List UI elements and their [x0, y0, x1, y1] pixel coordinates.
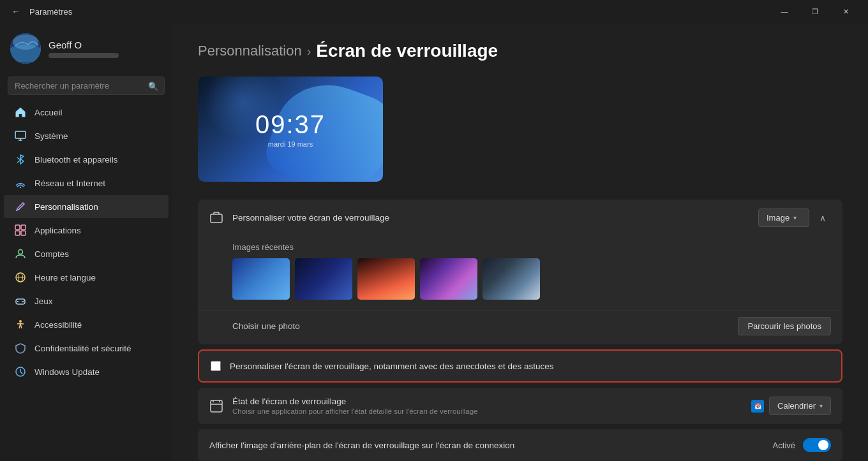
- sidebar-item-label-accessibilite: Accessibilité: [34, 320, 82, 330]
- wallpaper-row: Afficher l'image d'arrière-plan de l'écr…: [198, 429, 842, 461]
- image-thumb-3[interactable]: [357, 258, 415, 300]
- customize-control: Image ▾ ∧: [758, 209, 831, 227]
- sidebar-item-comptes[interactable]: Comptes: [4, 242, 168, 265]
- breadcrumb: Personnalisation › Écran de verrouillage: [198, 41, 842, 61]
- sidebar: Geoff O 🔍 Accueil Système: [0, 23, 172, 461]
- back-button[interactable]: ←: [8, 5, 24, 18]
- wallpaper-label: Afficher l'image d'arrière-plan de l'écr…: [209, 441, 764, 450]
- lock-screen-time: 09:37: [255, 110, 326, 139]
- wallpaper-card: Afficher l'image d'arrière-plan de l'écr…: [198, 429, 842, 461]
- title-bar: ← Paramètres — ❐ ✕: [0, 0, 868, 23]
- browse-photos-button[interactable]: Parcourir les photos: [738, 317, 831, 335]
- sidebar-item-label-reseau: Réseau et Internet: [34, 179, 105, 188]
- breadcrumb-parent[interactable]: Personnalisation: [198, 43, 302, 59]
- svg-rect-24: [211, 214, 222, 223]
- sidebar-item-heure[interactable]: Heure et langue: [4, 266, 168, 289]
- sidebar-item-label-systeme: Système: [34, 131, 68, 141]
- sidebar-item-label-windows-update: Windows Update: [34, 367, 100, 377]
- anecdotes-checkbox[interactable]: [211, 361, 221, 371]
- apps-icon: [14, 224, 27, 237]
- user-info: Geoff O: [49, 40, 119, 58]
- state-label: État de l'écran de verrouillage Choisir …: [232, 397, 742, 415]
- bluetooth-icon: [14, 153, 27, 166]
- app-title: Paramètres: [29, 7, 72, 17]
- sidebar-item-label-confidentialite: Confidentialité et sécurité: [34, 344, 131, 353]
- sidebar-item-label-heure: Heure et langue: [34, 273, 96, 282]
- photo-picker-row: Choisir une photo Parcourir les photos: [198, 310, 842, 344]
- network-icon: [14, 177, 27, 189]
- sidebar-item-label-bluetooth: Bluetooth et appareils: [34, 155, 118, 165]
- state-control: 📅 Calendrier ▾: [751, 397, 831, 415]
- accessibility-icon: [14, 318, 27, 331]
- monitor-icon: [14, 129, 27, 142]
- image-thumb-5[interactable]: [483, 258, 540, 300]
- maximize-button[interactable]: ❐: [800, 2, 830, 21]
- search-input[interactable]: [8, 77, 165, 95]
- svg-rect-11: [15, 231, 20, 235]
- sidebar-item-label-personnalisation: Personnalisation: [34, 202, 98, 212]
- toggle-knob: [818, 440, 828, 450]
- update-icon: [14, 365, 27, 378]
- minimize-button[interactable]: —: [770, 2, 799, 21]
- toggle-label: Activé: [773, 441, 795, 450]
- sidebar-item-systeme[interactable]: Système: [4, 124, 168, 147]
- collapse-button[interactable]: ∧: [814, 210, 831, 226]
- svg-rect-12: [21, 231, 26, 235]
- svg-point-22: [19, 320, 22, 323]
- checkbox-label: Personnaliser l'écran de verrouillage, n…: [230, 362, 554, 371]
- chevron-down-icon-state: ▾: [819, 402, 823, 409]
- customize-dropdown[interactable]: Image ▾: [758, 209, 809, 227]
- breadcrumb-separator: ›: [307, 44, 311, 59]
- photo-label: Choisir une photo: [232, 321, 300, 331]
- calendar-badge-icon: 📅: [751, 400, 764, 413]
- state-dropdown[interactable]: Calendrier ▾: [769, 397, 831, 415]
- svg-rect-10: [21, 225, 26, 230]
- sidebar-item-applications[interactable]: Applications: [4, 219, 168, 242]
- app-body: Geoff O 🔍 Accueil Système: [0, 23, 868, 461]
- lock-screen-preview: 09:37 mardi 19 mars: [198, 77, 383, 182]
- avatar: [10, 33, 41, 64]
- state-card: État de l'écran de verrouillage Choisir …: [198, 388, 842, 424]
- search-icon: 🔍: [148, 81, 158, 91]
- close-button[interactable]: ✕: [831, 2, 860, 21]
- sidebar-item-label-accueil: Accueil: [34, 108, 63, 117]
- image-thumb-2[interactable]: [295, 258, 352, 300]
- sidebar-item-label-jeux: Jeux: [34, 296, 53, 306]
- lock-customize-icon: [209, 211, 223, 225]
- svg-rect-25: [211, 400, 222, 412]
- user-section[interactable]: Geoff O: [0, 23, 172, 74]
- wallpaper-toggle[interactable]: [803, 438, 831, 452]
- home-icon: [14, 106, 27, 119]
- lock-screen-date: mardi 19 mars: [255, 140, 326, 148]
- sidebar-item-label-comptes: Comptes: [34, 249, 69, 259]
- svg-point-13: [19, 250, 23, 254]
- sidebar-item-personnalisation[interactable]: Personnalisation: [4, 195, 168, 218]
- sidebar-item-accessibilite[interactable]: Accessibilité: [4, 313, 168, 336]
- customize-card: Personnaliser votre écran de verrouillag…: [198, 200, 842, 344]
- svg-point-20: [22, 301, 23, 302]
- sidebar-item-confidentialite[interactable]: Confidentialité et sécurité: [4, 337, 168, 360]
- chevron-down-icon: ▾: [793, 214, 797, 221]
- state-icon: [209, 399, 223, 413]
- search-box: 🔍: [8, 77, 165, 95]
- sidebar-item-accueil[interactable]: Accueil: [4, 101, 168, 124]
- sidebar-nav: Accueil Système Bluetooth et appareils R…: [0, 100, 172, 384]
- globe-icon: [14, 271, 27, 284]
- customize-row: Personnaliser votre écran de verrouillag…: [198, 200, 842, 236]
- images-label: Images récentes: [232, 242, 831, 252]
- sidebar-item-reseau[interactable]: Réseau et Internet: [4, 172, 168, 194]
- window-controls: — ❐ ✕: [770, 2, 860, 21]
- gamepad-icon: [14, 295, 27, 307]
- sidebar-item-windows-update[interactable]: Windows Update: [4, 360, 168, 383]
- image-thumb-4[interactable]: [420, 258, 477, 300]
- user-email-bar: [49, 53, 119, 58]
- svg-rect-3: [15, 131, 26, 138]
- sidebar-item-label-applications: Applications: [34, 226, 81, 235]
- image-thumb-1[interactable]: [232, 258, 290, 300]
- wallpaper-control: Activé: [773, 438, 831, 452]
- state-row: État de l'écran de verrouillage Choisir …: [198, 388, 842, 424]
- checkbox-row: Personnaliser l'écran de verrouillage, n…: [199, 351, 841, 381]
- sidebar-item-bluetooth[interactable]: Bluetooth et appareils: [4, 148, 168, 171]
- shield-icon: [14, 342, 27, 355]
- sidebar-item-jeux[interactable]: Jeux: [4, 289, 168, 312]
